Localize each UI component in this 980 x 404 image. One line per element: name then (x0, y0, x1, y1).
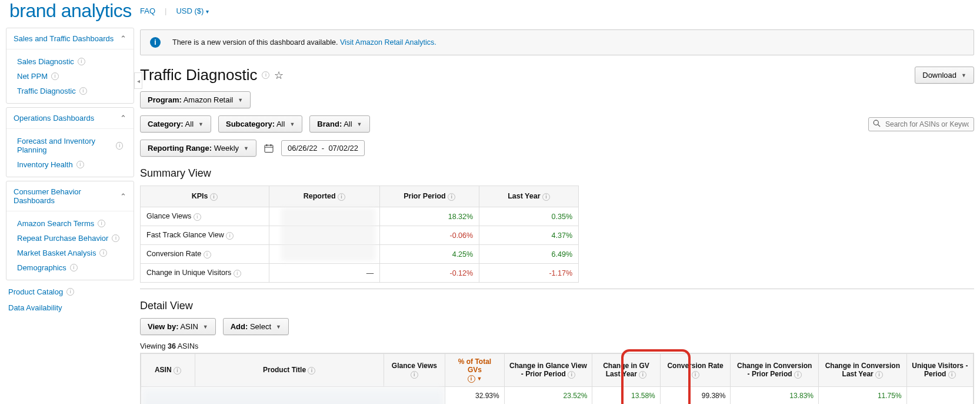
faq-link[interactable]: FAQ (140, 6, 155, 15)
brand-logo: brand analytics (6, 0, 132, 28)
col-change-conv-last-year[interactable]: Change in Conversion Last Year i (819, 354, 907, 387)
date-range-picker[interactable]: 06/26/22 - 07/02/22 (281, 140, 365, 156)
info-icon: i (204, 251, 211, 259)
svg-line-1 (878, 124, 881, 127)
sidebar-item-data-availability[interactable]: Data Availability (6, 300, 134, 316)
sidebar-item-market-basket[interactable]: Market Basket Analysisi (6, 246, 134, 260)
chevron-down-icon: ▼ (276, 324, 281, 330)
info-icon: i (210, 193, 218, 201)
search-icon (873, 120, 881, 129)
svg-point-0 (874, 120, 878, 125)
chevron-down-icon: ▾ (206, 8, 209, 15)
info-icon: i (79, 87, 87, 95)
chevron-up-icon: ⌃ (120, 192, 126, 201)
sidebar-section-title: Consumer Behavior Dashboards (14, 187, 120, 205)
viewing-count: Viewing 36 ASINs (140, 342, 974, 350)
info-icon: i (948, 371, 956, 379)
col-glance-views[interactable]: Glance Views i (384, 354, 445, 387)
search-input[interactable] (868, 117, 974, 131)
info-icon: i (542, 193, 550, 201)
col-conversion-rate[interactable]: Conversion Rate i (660, 354, 731, 387)
info-icon: i (150, 37, 161, 48)
col-product-title[interactable]: Product Title i (195, 354, 384, 387)
info-icon: i (639, 371, 646, 379)
add-filter[interactable]: Add: Select ▼ (223, 318, 289, 335)
sort-desc-icon: ▼ (477, 376, 482, 382)
info-banner: i There is a new version of this dashboa… (140, 29, 974, 55)
info-icon: i (70, 264, 78, 271)
info-icon: i (98, 220, 105, 227)
main-content: ◂ FAQ | USD ($)▾ i There is a new versio… (140, 28, 980, 404)
sidebar-item-amazon-search-terms[interactable]: Amazon Search Termsi (6, 216, 134, 231)
info-icon: i (51, 72, 59, 80)
banner-link[interactable]: Visit Amazon Retail Analytics. (340, 38, 436, 47)
info-icon: i (194, 213, 201, 221)
category-filter[interactable]: Category: All ▼ (140, 115, 211, 133)
info-icon: i (174, 367, 181, 375)
favorite-star-icon[interactable]: ☆ (274, 69, 284, 82)
info-icon: i (112, 234, 119, 242)
info-icon: i (66, 288, 74, 296)
detail-table: ASIN i Product Title i Glance Views i % … (141, 353, 974, 404)
sidebar-section-consumer-behavior[interactable]: Consumer Behavior Dashboards ⌃ (6, 181, 134, 211)
svg-rect-2 (265, 145, 273, 152)
info-icon: i (262, 71, 269, 79)
info-icon: i (448, 193, 455, 201)
chevron-down-icon: ▼ (238, 97, 243, 103)
program-filter[interactable]: Program: Amazon Retail ▼ (140, 91, 251, 108)
info-icon: i (226, 232, 234, 240)
table-row: Change in Unique Visitors i — -0.12% -1.… (141, 264, 579, 283)
summary-heading: Summary View (140, 167, 974, 180)
info-icon: i (875, 371, 883, 379)
info-icon: i (568, 371, 575, 379)
chevron-down-icon: ▼ (198, 121, 204, 127)
currency-selector[interactable]: USD ($)▾ (176, 6, 209, 15)
sidebar-item-product-catalog[interactable]: Product Catalogi (6, 284, 134, 300)
banner-text: There is a new version of this dashboard… (172, 38, 338, 47)
info-icon: i (794, 371, 802, 379)
col-unique-visitors[interactable]: Unique Visitors - Period i (906, 354, 973, 387)
chevron-down-icon: ▼ (203, 324, 208, 330)
chevron-down-icon: ▼ (961, 72, 966, 78)
download-button[interactable]: Download ▼ (915, 67, 974, 84)
sidebar-item-net-ppm[interactable]: Net PPMi (6, 69, 134, 84)
info-icon: i (99, 249, 107, 257)
col-change-gv-prior[interactable]: Change in Glance View - Prior Period i (504, 354, 592, 387)
sidebar-item-sales-diagnostic[interactable]: Sales Diagnostici (6, 54, 134, 69)
info-icon: i (78, 58, 85, 65)
info-icon: i (76, 161, 84, 168)
page-title: Traffic Diagnostic (140, 66, 257, 84)
info-icon: i (116, 142, 123, 150)
sidebar-section-operations[interactable]: Operations Dashboards ⌃ (6, 108, 134, 128)
sidebar-section-title: Sales and Traffic Dashboards (14, 34, 114, 43)
info-icon: i (468, 375, 475, 383)
chevron-up-icon: ⌃ (120, 34, 126, 43)
sidebar-item-forecast-inventory[interactable]: Forecast and Inventory Planningi (6, 134, 134, 157)
reporting-range-filter[interactable]: Reporting Range: Weekly ▼ (140, 140, 256, 157)
brand-filter[interactable]: Brand: All ▼ (309, 115, 369, 133)
sidebar-item-inventory-health[interactable]: Inventory Healthi (6, 157, 134, 172)
chevron-down-icon: ▼ (244, 145, 249, 151)
redacted-area (281, 208, 375, 261)
chevron-down-icon: ▼ (357, 121, 362, 127)
sidebar-item-repeat-purchase[interactable]: Repeat Purchase Behaviori (6, 231, 134, 246)
col-change-conv-prior[interactable]: Change in Conversion - Prior Period i (731, 354, 819, 387)
table-row: 32.93% 23.52% 13.58% 99.38% 13.83% 11.75… (141, 387, 974, 405)
col-pct-total-gvs[interactable]: % of Total GVsi▼ (445, 354, 504, 387)
subcategory-filter[interactable]: Subcategory: All ▼ (218, 115, 302, 133)
info-icon: i (308, 367, 315, 375)
chevron-up-icon: ⌃ (120, 114, 126, 122)
sidebar-item-traffic-diagnostic[interactable]: Traffic Diagnostici (6, 84, 134, 98)
sidebar-item-demographics[interactable]: Demographicsi (6, 260, 134, 275)
sidebar-section-sales-traffic[interactable]: Sales and Traffic Dashboards ⌃ (6, 28, 134, 49)
viewby-filter[interactable]: View by: ASIN ▼ (140, 318, 216, 335)
info-icon: i (234, 270, 241, 277)
info-icon: i (411, 371, 418, 379)
info-icon: i (338, 193, 345, 201)
col-asin[interactable]: ASIN i (141, 354, 195, 387)
sidebar-collapse-button[interactable]: ◂ (134, 72, 142, 89)
redacted-area (142, 388, 444, 404)
calendar-icon[interactable] (264, 143, 274, 154)
col-change-gv-last-year[interactable]: Change in GV Last Year i (592, 354, 660, 387)
info-icon: i (692, 371, 699, 379)
